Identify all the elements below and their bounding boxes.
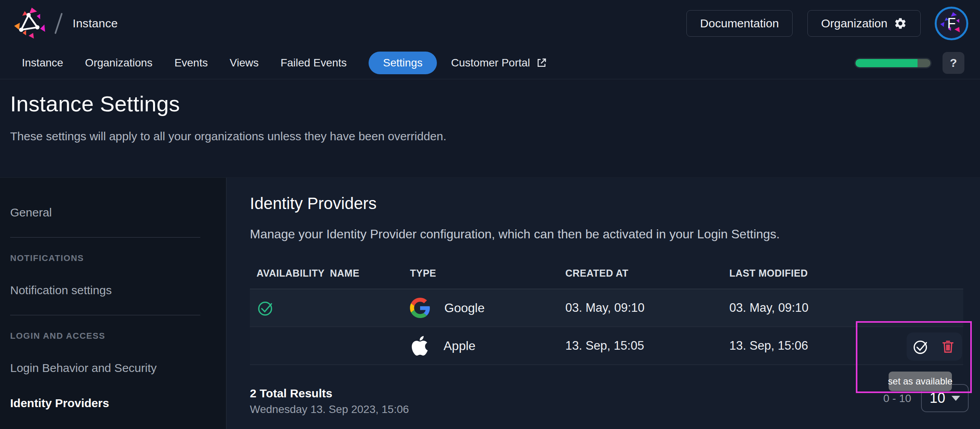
available-check-icon [257, 299, 274, 317]
apple-logo-icon [410, 334, 429, 357]
documentation-button[interactable]: Documentation [686, 10, 793, 37]
sidebar-divider [10, 237, 200, 238]
set-as-available-tooltip: set as available [889, 372, 952, 391]
col-availability: AVAILABILITY [250, 268, 330, 279]
delete-button[interactable] [939, 338, 957, 355]
instance-nav: Instance Organizations Events Views Fail… [0, 47, 980, 79]
user-avatar[interactable]: F [935, 7, 968, 40]
section-description: Manage your Identity Provider configurat… [250, 227, 963, 241]
idp-type-label: Apple [444, 339, 476, 353]
sidebar-item-notification-settings[interactable]: Notification settings [0, 280, 226, 301]
identity-providers-panel: Identity Providers Manage your Identity … [226, 178, 980, 429]
sidebar-divider [10, 315, 200, 315]
page-size-value: 10 [930, 390, 945, 406]
sidebar-item-general[interactable]: General [0, 202, 226, 223]
table-row-google[interactable]: Google 03. May, 09:10 03. May, 09:10 [250, 289, 963, 327]
idp-last-modified: 03. May, 09:10 [729, 301, 963, 315]
avatar-initial: F [937, 9, 966, 38]
idp-created-at: 03. May, 09:10 [565, 301, 729, 315]
zitadel-console: { "header": { "breadcrumb": "Instance", … [0, 0, 980, 429]
tab-settings[interactable]: Settings [369, 52, 437, 74]
tab-organizations[interactable]: Organizations [85, 57, 153, 69]
organization-button[interactable]: Organization [807, 10, 921, 37]
table-row-apple[interactable]: Apple 13. Sep, 15:05 13. Sep, 15:06 [250, 327, 963, 365]
breadcrumb[interactable]: Instance [73, 17, 118, 30]
tab-customer-portal[interactable]: Customer Portal [451, 57, 547, 69]
usage-progress-fill [855, 59, 918, 67]
tab-instance[interactable]: Instance [22, 57, 63, 69]
set-available-button[interactable] [912, 338, 929, 355]
pagination-range: 0 - 10 [878, 392, 917, 405]
page-title: Instance Settings [10, 91, 968, 116]
row-actions [907, 332, 962, 361]
zitadel-logo-icon[interactable] [12, 5, 47, 41]
tab-failed-events[interactable]: Failed Events [280, 57, 347, 69]
col-type: TYPE [410, 268, 565, 279]
tab-views[interactable]: Views [230, 57, 258, 69]
col-last-modified: LAST MODIFIED [729, 268, 963, 279]
total-results: 2 Total Results [250, 387, 963, 400]
external-link-icon [536, 57, 547, 69]
check-circle-icon [912, 338, 929, 355]
organization-label: Organization [821, 17, 887, 30]
gear-icon [894, 17, 907, 30]
idp-table: AVAILABILITY NAME TYPE CREATED AT LAST M… [250, 258, 963, 365]
page-title-banner: Instance Settings These settings will ap… [0, 79, 980, 177]
idp-type-label: Google [444, 301, 485, 315]
tab-events[interactable]: Events [175, 57, 208, 69]
col-created-at: CREATED AT [565, 268, 729, 279]
section-heading: Identity Providers [250, 194, 963, 213]
trash-icon [941, 339, 955, 354]
sidebar-section-login-and-access: LOGIN AND ACCESS [0, 331, 226, 341]
documentation-label: Documentation [700, 17, 779, 30]
col-name: NAME [330, 268, 410, 279]
help-button[interactable]: ? [943, 52, 964, 74]
table-footer: 2 Total Results Wednesday 13. Sep 2023, … [250, 387, 963, 416]
google-logo-icon [410, 298, 430, 318]
sidebar-item-login-behavior[interactable]: Login Behavior and Security [0, 358, 226, 379]
settings-sidebar: General NOTIFICATIONS Notification setti… [0, 178, 226, 429]
usage-progress-bar [854, 58, 932, 68]
sidebar-section-notifications: NOTIFICATIONS [0, 253, 226, 263]
page-subtitle: These settings will apply to all your or… [10, 130, 968, 143]
chevron-down-icon [951, 396, 960, 401]
app-header: Instance Documentation Organization F [0, 0, 980, 47]
sidebar-item-identity-providers[interactable]: Identity Providers [0, 393, 226, 414]
breadcrumb-slash [54, 13, 62, 34]
results-timestamp: Wednesday 13. Sep 2023, 15:06 [250, 403, 963, 416]
table-header-row: AVAILABILITY NAME TYPE CREATED AT LAST M… [250, 258, 963, 289]
idp-created-at: 13. Sep, 15:05 [565, 339, 729, 353]
